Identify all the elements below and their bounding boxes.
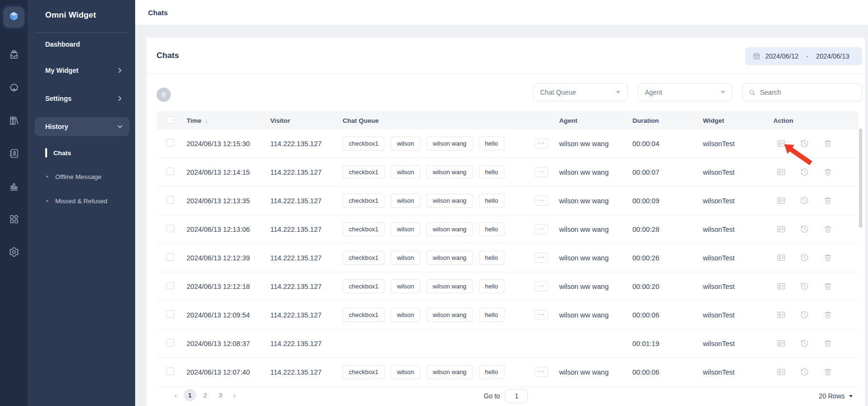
rows-per-page-select[interactable]: 20 Rows [819, 389, 853, 403]
chat-history-button[interactable] [799, 225, 809, 234]
row-checkbox[interactable] [167, 168, 174, 175]
delete-row-button[interactable] [823, 339, 832, 348]
bot-icon[interactable] [8, 82, 20, 93]
column-header-time[interactable]: Time ↓ [187, 117, 270, 124]
knowledge-library-icon[interactable] [8, 115, 20, 126]
row-checkbox[interactable] [167, 225, 174, 232]
sidebar-item-dashboard[interactable]: Dashboard [35, 35, 129, 54]
sidebar-item-settings[interactable]: Settings [35, 89, 129, 108]
row-agent: wilson ww wang [559, 283, 632, 290]
sidebar-item-missed-refused[interactable]: Missed & Refused [28, 193, 135, 209]
sidebar-item-my-widget[interactable]: My Widget [35, 61, 129, 80]
icon-rail [0, 0, 28, 406]
delete-row-button[interactable] [823, 196, 832, 206]
tags-overflow-button[interactable]: ··· [534, 367, 548, 377]
tags-overflow-button[interactable]: ··· [534, 253, 548, 263]
tags-overflow-button[interactable]: ··· [534, 310, 548, 320]
sidebar-item-history[interactable]: History [35, 117, 129, 136]
contact-card-button[interactable] [776, 310, 786, 320]
tags-overflow-button[interactable]: ··· [534, 281, 548, 291]
bulk-delete-button[interactable] [157, 88, 171, 102]
settings-gear-icon[interactable] [8, 246, 20, 257]
chat-history-button[interactable] [799, 196, 809, 206]
contact-card-button[interactable] [776, 139, 786, 149]
tag-chip: checkbox1 [343, 222, 385, 236]
row-checkbox[interactable] [167, 253, 174, 261]
history-clock-icon [800, 168, 809, 177]
tags-overflow-button[interactable]: ··· [534, 224, 548, 234]
sort-desc-icon[interactable]: ↓ [205, 117, 208, 124]
row-checkbox[interactable] [167, 139, 174, 147]
tags-overflow-button[interactable]: ··· [534, 196, 548, 206]
apps-icon[interactable] [8, 213, 20, 225]
table-row: 2024/06/13 12:08:37 114.222.135.127 00:0… [157, 329, 858, 358]
contact-card-button[interactable] [776, 225, 786, 234]
delete-row-button[interactable] [823, 225, 832, 234]
next-page-button[interactable]: › [229, 389, 240, 401]
reports-icon[interactable] [8, 180, 20, 192]
row-chat-queue: checkbox1wilsonwilson wanghello ··· [343, 279, 559, 293]
date-range-picker[interactable]: 2024/06/12 - 2024/06/13 [745, 47, 862, 65]
row-time: 2024/06/13 12:09:54 [187, 311, 270, 319]
row-actions [773, 253, 858, 263]
bullet-icon [46, 176, 48, 178]
tag-list: checkbox1wilsonwilson wanghello [343, 251, 504, 265]
inbox-chats-icon[interactable] [8, 49, 20, 60]
contact-card-button[interactable] [776, 253, 786, 263]
contacts-icon[interactable] [8, 148, 20, 159]
tags-overflow-button[interactable]: ··· [534, 167, 548, 177]
chat-history-button[interactable] [799, 282, 809, 291]
tag-chip: wilson [391, 279, 420, 293]
delete-row-button[interactable] [823, 168, 832, 177]
tag-chip: checkbox1 [343, 279, 385, 293]
row-actions [773, 282, 858, 291]
contact-card-button[interactable] [776, 196, 786, 206]
chat-history-button[interactable] [799, 367, 809, 377]
delete-row-button[interactable] [823, 253, 832, 263]
row-agent: wilson ww wang [559, 140, 632, 148]
chevron-right-icon [117, 68, 123, 73]
goto-page-input[interactable] [505, 389, 528, 403]
caret-down-icon [720, 91, 725, 94]
row-checkbox[interactable] [167, 196, 174, 204]
page-button-2[interactable]: 2 [199, 389, 211, 401]
tags-overflow-button[interactable]: ··· [534, 139, 548, 149]
delete-row-button[interactable] [823, 282, 832, 291]
tag-chip: wilson [391, 365, 420, 379]
prev-page-button[interactable]: ‹ [170, 389, 181, 401]
row-checkbox[interactable] [167, 310, 174, 318]
chat-queue-select[interactable]: Chat Queue [533, 83, 628, 101]
row-checkbox[interactable] [167, 339, 174, 347]
contact-card-icon [777, 139, 786, 148]
contact-card-button[interactable] [776, 339, 786, 348]
page-button-1[interactable]: 1 [184, 389, 196, 401]
vertical-scrollbar-thumb[interactable] [859, 129, 862, 228]
contact-card-icon [777, 339, 786, 348]
contact-card-icon [777, 196, 786, 205]
page-button-3[interactable]: 3 [214, 389, 227, 401]
contact-card-button[interactable] [776, 367, 786, 377]
pagination-bar: ‹ 123 › Go to 20 Rows [147, 386, 865, 406]
rail-item-widget-active[interactable] [3, 7, 24, 28]
chat-history-button[interactable] [799, 253, 809, 263]
tag-chip: wilson wang [426, 165, 473, 179]
row-chat-queue: checkbox1wilsonwilson wanghello ··· [343, 251, 559, 265]
delete-row-button[interactable] [823, 367, 832, 377]
delete-row-button[interactable] [823, 139, 832, 149]
delete-row-button[interactable] [823, 310, 832, 320]
select-all-checkbox[interactable] [167, 116, 174, 124]
contact-card-button[interactable] [776, 168, 786, 177]
row-checkbox[interactable] [167, 367, 174, 375]
tag-chip: wilson [391, 251, 420, 265]
chat-history-button[interactable] [799, 168, 809, 177]
sidebar-item-chats[interactable]: Chats [28, 145, 135, 161]
chat-history-button[interactable] [799, 339, 809, 348]
contact-card-button[interactable] [776, 282, 786, 291]
chat-history-button[interactable] [799, 139, 809, 149]
search-input[interactable] [760, 89, 846, 96]
tag-chip: wilson [391, 137, 420, 150]
sidebar-item-offline-message[interactable]: Offline Message [28, 168, 135, 185]
row-checkbox[interactable] [167, 282, 174, 289]
chat-history-button[interactable] [799, 310, 809, 320]
agent-select[interactable]: Agent [638, 83, 732, 101]
